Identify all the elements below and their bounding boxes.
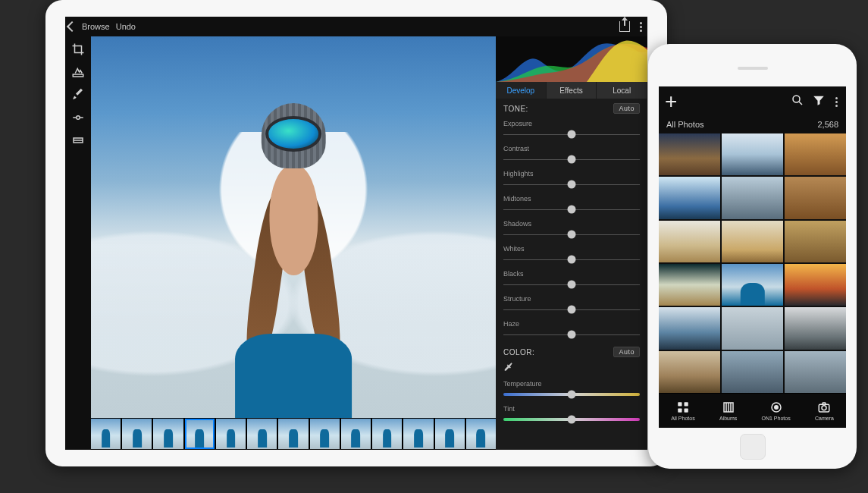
slider-label: Midtones <box>503 195 640 203</box>
filmstrip-thumb[interactable] <box>247 419 277 449</box>
filmstrip-thumb[interactable] <box>435 419 465 449</box>
photo-count: 2,568 <box>817 120 838 129</box>
home-button[interactable] <box>740 434 766 460</box>
collection-title: All Photos <box>666 120 704 129</box>
grid-photo[interactable] <box>722 177 783 218</box>
slider-track[interactable] <box>503 330 640 339</box>
slider-knob[interactable] <box>568 181 576 189</box>
filter-icon[interactable] <box>812 93 826 110</box>
slider-track[interactable] <box>503 180 640 189</box>
filmstrip <box>91 418 496 450</box>
color-auto-button[interactable]: Auto <box>613 347 640 357</box>
slider-knob[interactable] <box>568 130 576 139</box>
grid-photo[interactable] <box>659 177 720 218</box>
tab-albums[interactable]: Albums <box>719 400 737 421</box>
slider-track[interactable] <box>503 305 640 314</box>
brush-tool-icon[interactable] <box>71 88 85 102</box>
filmstrip-thumb[interactable] <box>185 419 215 449</box>
tab-camera[interactable]: Camera <box>815 400 834 421</box>
slider-knob[interactable] <box>568 155 576 164</box>
grid-photo[interactable] <box>785 264 846 306</box>
tone-curve-tool-icon[interactable] <box>71 133 85 147</box>
grid-photo[interactable] <box>785 221 846 262</box>
phone-speaker <box>738 67 768 70</box>
filmstrip-thumb[interactable] <box>91 419 121 449</box>
grid-photo[interactable] <box>659 307 720 349</box>
slider-track[interactable] <box>503 415 640 424</box>
search-icon[interactable] <box>791 93 804 110</box>
tab-effects[interactable]: Effects <box>547 82 597 99</box>
tab-label: Albums <box>719 416 737 421</box>
heal-tool-icon[interactable] <box>71 65 85 79</box>
grid-photo[interactable] <box>722 133 783 175</box>
tab-local[interactable]: Local <box>597 82 647 99</box>
svg-rect-7 <box>684 409 688 413</box>
slider-track[interactable] <box>503 390 640 399</box>
tool-rail <box>65 36 91 450</box>
slider-track[interactable] <box>503 155 640 164</box>
tone-label: TONE: <box>503 105 528 113</box>
tab-cloud[interactable]: ON1 Photos <box>762 400 791 421</box>
grid-photo[interactable] <box>722 221 783 262</box>
gradient-tool-icon[interactable] <box>71 111 85 124</box>
filmstrip-thumb[interactable] <box>278 419 308 449</box>
slider-contrast: Contrast <box>496 142 647 167</box>
slider-track[interactable] <box>503 205 640 214</box>
slider-knob[interactable] <box>568 331 576 339</box>
tab-label: All Photos <box>671 416 695 421</box>
slider-shadows: Shadows <box>496 217 647 242</box>
filmstrip-thumb[interactable] <box>403 419 433 449</box>
grid-photo[interactable] <box>659 221 720 262</box>
slider-knob[interactable] <box>568 416 576 424</box>
grid-photo[interactable] <box>659 264 720 306</box>
grid-photo[interactable] <box>785 177 846 218</box>
slider-knob[interactable] <box>568 206 576 214</box>
histogram <box>496 36 647 82</box>
grid-photo[interactable] <box>785 351 846 393</box>
add-button-icon[interactable]: + <box>665 91 677 112</box>
crop-tool-icon[interactable] <box>71 42 85 56</box>
eyedropper-icon[interactable] <box>503 362 514 372</box>
tab-all[interactable]: All Photos <box>671 400 695 421</box>
filmstrip-thumb[interactable] <box>341 419 371 449</box>
slider-structure: Structure <box>496 292 647 317</box>
tab-develop[interactable]: Develop <box>496 82 547 99</box>
tone-auto-button[interactable]: Auto <box>613 103 640 114</box>
share-icon[interactable] <box>619 21 630 32</box>
slider-knob[interactable] <box>568 391 576 399</box>
slider-track[interactable] <box>503 255 640 264</box>
editor-body: Develop Effects Local TONE: Auto Exposur… <box>65 36 647 450</box>
slider-tint: Tint <box>496 402 647 427</box>
slider-label: Exposure <box>503 120 640 127</box>
grid-photo[interactable] <box>659 351 720 393</box>
undo-button[interactable]: Undo <box>116 22 136 31</box>
grid-photo[interactable] <box>785 307 846 349</box>
slider-label: Whites <box>503 245 640 253</box>
main-photo[interactable] <box>91 36 496 418</box>
phone-more-icon[interactable] <box>833 95 840 109</box>
filmstrip-thumb[interactable] <box>122 419 152 449</box>
slider-knob[interactable] <box>568 231 576 239</box>
tab-label: Camera <box>815 416 834 421</box>
filmstrip-thumb[interactable] <box>153 419 183 449</box>
slider-knob[interactable] <box>568 306 576 314</box>
slider-track[interactable] <box>503 230 640 239</box>
more-menu-icon[interactable] <box>638 20 644 34</box>
slider-track[interactable] <box>503 130 640 139</box>
slider-knob[interactable] <box>568 281 576 289</box>
grid-photo[interactable] <box>785 133 846 175</box>
svg-point-3 <box>793 96 800 102</box>
grid-photo[interactable] <box>659 133 720 175</box>
grid-photo[interactable] <box>722 264 783 306</box>
grid-photo[interactable] <box>722 351 783 393</box>
slider-track[interactable] <box>503 280 640 289</box>
filmstrip-thumb[interactable] <box>372 419 402 449</box>
filmstrip-thumb[interactable] <box>466 419 496 449</box>
slider-knob[interactable] <box>568 256 576 264</box>
back-chevron-icon[interactable] <box>67 21 77 32</box>
back-label[interactable]: Browse <box>82 22 110 31</box>
filmstrip-thumb[interactable] <box>310 419 340 449</box>
filmstrip-thumb[interactable] <box>216 419 246 449</box>
slider-exposure: Exposure <box>496 117 647 142</box>
grid-photo[interactable] <box>722 307 783 349</box>
